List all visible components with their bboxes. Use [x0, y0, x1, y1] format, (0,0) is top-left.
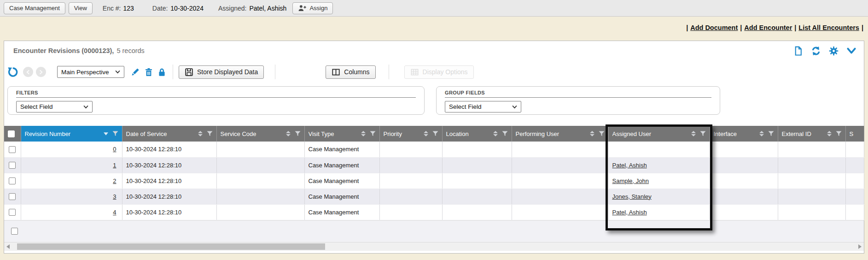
column-header-external-id[interactable]: External ID: [778, 126, 845, 142]
cell-location: [442, 173, 512, 189]
assigned-user-link[interactable]: Sample, John: [612, 177, 649, 184]
column-label: Visit Type: [309, 130, 361, 137]
list-all-encounters-link[interactable]: List All Encounters: [798, 24, 859, 31]
cell-performing-user: [512, 157, 608, 173]
grid-footer-row: [4, 220, 864, 242]
cell-external-id: [778, 189, 845, 204]
enc-number-label: Enc #:: [103, 5, 121, 12]
column-header-revision-number[interactable]: Revision Number: [21, 126, 122, 142]
column-header-location[interactable]: Location: [442, 126, 512, 142]
sort-icon[interactable]: [759, 131, 764, 136]
link-separator: |: [794, 24, 796, 31]
perspective-select[interactable]: Main Perspective: [57, 66, 124, 78]
footer-checkbox[interactable]: [11, 228, 18, 235]
revision-link[interactable]: 1: [113, 162, 116, 169]
chevron-down-icon[interactable]: [846, 47, 856, 55]
sort-icon[interactable]: [590, 131, 594, 136]
sort-icon[interactable]: [493, 131, 498, 136]
refresh-icon[interactable]: [811, 46, 821, 56]
table-row: 0 10-30-2024 12:28:10 Case Management: [4, 142, 864, 157]
case-management-button[interactable]: Case Management: [4, 2, 65, 14]
sort-icon[interactable]: [424, 131, 428, 136]
revision-link[interactable]: 0: [113, 146, 116, 153]
new-document-icon[interactable]: [793, 46, 803, 56]
group-fields-label: GROUP FIELDS: [445, 90, 711, 98]
column-header-visit-type[interactable]: Visit Type: [304, 126, 379, 142]
cell-select: [4, 189, 21, 204]
filter-icon[interactable]: [432, 131, 438, 136]
display-options-button: Display Options: [404, 65, 474, 79]
sort-icon[interactable]: [691, 131, 696, 136]
row-checkbox[interactable]: [9, 146, 16, 153]
filter-icon[interactable]: [836, 131, 842, 136]
sort-icon[interactable]: [286, 131, 291, 136]
chevron-right-icon: [38, 70, 43, 74]
assigned-user-link[interactable]: Patel, Ashish: [612, 209, 647, 216]
filter-icon[interactable]: [370, 131, 376, 136]
sort-icon[interactable]: [827, 131, 832, 136]
cell-service-code: [216, 142, 304, 157]
assigned-user-link[interactable]: Jones, Stanley: [612, 193, 652, 200]
filter-icon[interactable]: [599, 131, 605, 136]
column-header-date-of-service[interactable]: Date of Service: [122, 126, 216, 142]
filter-icon[interactable]: [295, 131, 301, 136]
columns-button-label: Columns: [344, 68, 369, 76]
column-label: Revision Number: [25, 130, 104, 137]
filter-icon[interactable]: [112, 131, 118, 136]
grid-icon: [410, 68, 419, 77]
filters-label: FILTERS: [16, 90, 416, 98]
gear-icon[interactable]: [829, 46, 839, 56]
column-header-priority[interactable]: Priority: [379, 126, 442, 142]
horizontal-scrollbar[interactable]: [4, 242, 864, 251]
row-checkbox[interactable]: [9, 177, 16, 184]
filter-icon[interactable]: [768, 131, 774, 136]
add-document-link[interactable]: Add Document: [690, 24, 738, 31]
column-label: Service Code: [221, 130, 286, 137]
scroll-right-arrow[interactable]: [858, 244, 862, 249]
row-checkbox[interactable]: [9, 209, 16, 216]
sort-desc-icon[interactable]: [104, 132, 108, 136]
column-header-truncated[interactable]: S: [845, 126, 864, 142]
filters-select-field[interactable]: Select Field: [16, 101, 93, 112]
filter-icon[interactable]: [207, 131, 213, 136]
cell-date-of-service: 10-30-2024 12:28:10: [122, 189, 216, 204]
filter-icon[interactable]: [700, 131, 706, 136]
select-all-checkbox[interactable]: [8, 130, 15, 137]
assign-button[interactable]: Assign: [292, 2, 333, 14]
previous-button[interactable]: [23, 67, 33, 77]
store-displayed-data-button[interactable]: Store Displayed Data: [179, 65, 264, 79]
revision-link[interactable]: 2: [113, 177, 116, 184]
row-checkbox[interactable]: [9, 193, 16, 200]
sort-icon[interactable]: [198, 131, 203, 136]
column-header-service-code[interactable]: Service Code: [216, 126, 304, 142]
scrollbar-thumb[interactable]: [17, 243, 325, 250]
chevron-left-icon: [27, 70, 31, 74]
assigned-user-link[interactable]: Patel, Ashish: [612, 162, 647, 169]
cell-visit-type: Case Management: [304, 173, 379, 189]
column-header-performing-user[interactable]: Performing User: [512, 126, 608, 142]
cell-priority: [379, 142, 442, 157]
revision-link[interactable]: 3: [113, 193, 116, 200]
scroll-left-arrow[interactable]: [6, 244, 10, 249]
sort-icon[interactable]: [361, 131, 366, 136]
column-label: External ID: [782, 130, 827, 137]
next-button[interactable]: [36, 67, 46, 77]
pencil-icon[interactable]: [130, 67, 140, 77]
lock-icon[interactable]: [157, 67, 166, 77]
trash-icon[interactable]: [144, 67, 153, 77]
view-button[interactable]: View: [69, 2, 93, 14]
undo-icon[interactable]: [8, 67, 18, 77]
column-header-assigned-user[interactable]: Assigned User: [608, 126, 710, 142]
group-fields-select-field[interactable]: Select Field: [445, 101, 521, 112]
add-encounter-link[interactable]: Add Encounter: [744, 24, 792, 31]
cell-assigned-user: [608, 142, 710, 157]
revision-link[interactable]: 4: [113, 209, 116, 216]
filter-icon[interactable]: [502, 131, 508, 136]
group-fields-select-value: Select Field: [449, 103, 482, 110]
person-plus-icon: [298, 4, 307, 12]
row-checkbox[interactable]: [9, 162, 16, 169]
cell-external-id: [778, 173, 845, 189]
column-label: Priority: [384, 130, 424, 137]
columns-button[interactable]: Columns: [326, 65, 375, 79]
column-header-interface[interactable]: Interface: [710, 126, 778, 142]
